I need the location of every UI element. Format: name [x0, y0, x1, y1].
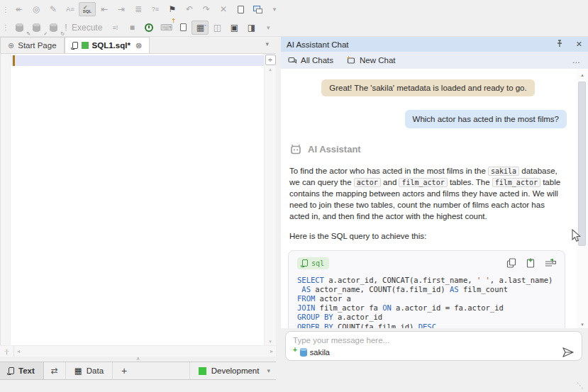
shift-right-icon[interactable]: ⇥ [113, 2, 130, 16]
chat-scroll-down-icon[interactable]: ▾ [577, 322, 588, 327]
answer-text: and [381, 178, 399, 186]
db-rollback-icon[interactable]: ↻ [45, 21, 62, 35]
chat-sparkle-icon [346, 56, 356, 65]
sql-syntax-icon[interactable]: ✓ SQL [79, 2, 96, 16]
rename-icon[interactable]: ✎ [45, 2, 62, 16]
scroll-down-icon[interactable]: ▾ [265, 339, 276, 345]
send-icon [562, 347, 575, 358]
code-actions [506, 258, 556, 268]
insert-to-editor-icon[interactable] [545, 259, 556, 268]
image-presentation-icon[interactable]: ▣ [226, 21, 243, 35]
stop-icon[interactable]: ■ [123, 21, 140, 35]
sql-keyword: AS [450, 285, 459, 293]
tab-text-label: Text [18, 366, 35, 375]
tab-sql1[interactable]: SQL1.sql* ⊗ [65, 37, 150, 53]
resize-grip-icon[interactable]: ⋱ [577, 381, 584, 389]
tab-start-page-label: Start Page [18, 41, 56, 50]
db-cylinder [33, 23, 40, 32]
toolbar-drag-handle-2[interactable]: ⋮ [2, 23, 8, 31]
editor-vscrollbar[interactable]: ÷ ▴ ▾ [264, 54, 276, 345]
chat-input-box[interactable]: + sakila [285, 331, 582, 361]
toolbar2-overflow-caret[interactable]: ▾ [260, 21, 277, 35]
pin-icon[interactable] [556, 40, 563, 49]
explain-plan-icon[interactable] [140, 21, 157, 35]
new-script-icon[interactable] [526, 258, 536, 268]
new-chat-button[interactable]: New Chat [346, 56, 396, 65]
toolbar-drag-handle[interactable]: ⋮ [2, 6, 8, 13]
layout-icon[interactable]: ◫ [209, 21, 226, 35]
sql-keyword: ON [382, 303, 392, 312]
sql-code-block: sql SELECT a.actor_id, CONCAT(a.first_na… [288, 250, 565, 328]
environment-color-square [199, 367, 206, 375]
text-tab-icon [9, 367, 14, 374]
execute-script-icon[interactable]: ≡! [106, 21, 123, 35]
message-input[interactable] [293, 336, 504, 345]
toggle-comment-icon[interactable]: ?≡ [147, 2, 164, 16]
inline-code-film-actor: film_actor [399, 178, 447, 187]
editor-tab-bar: ⊕ Start Page SQL1.sql* ⊗ ▾ [0, 37, 276, 54]
tab-list-caret-icon[interactable]: ▾ [265, 40, 269, 47]
new-file-icon[interactable] [232, 2, 249, 16]
inline-code-sakila: sakila [488, 167, 519, 176]
panel-collapse-handle[interactable]: ∧ [0, 357, 276, 362]
prev-bookmark-icon[interactable]: ↶ [181, 2, 198, 16]
show-grid-icon[interactable]: ▦ → [192, 21, 209, 35]
sql-text: a.actor_id [333, 313, 383, 321]
sql-keyword: GROUP BY [297, 313, 333, 321]
sql-keyword: JOIN [297, 303, 315, 312]
shift-left-icon[interactable]: ⇤ [96, 2, 113, 16]
next-bookmark-icon[interactable]: ↷ [198, 2, 215, 16]
robot-icon [289, 144, 302, 155]
clock-shape [145, 23, 153, 32]
db-commit-icon[interactable]: ✓ [28, 21, 45, 35]
tab-text[interactable]: Text [0, 362, 44, 379]
chat-scroll-up-icon[interactable]: ▴ [577, 72, 588, 78]
scroll-left-icon[interactable]: ◂ [14, 348, 23, 354]
find-replace-icon[interactable]: ◎ [28, 2, 45, 16]
link-editor-icon[interactable] [249, 2, 266, 16]
database-icon [300, 348, 307, 357]
new-chat-label: New Chat [360, 56, 396, 65]
scroll-right-icon[interactable]: ▸ [267, 348, 276, 354]
letter-case-icon[interactable]: A≡ [62, 2, 79, 16]
tab-close-icon[interactable]: ⊗ [135, 41, 142, 50]
add-tab-button[interactable]: + [113, 362, 135, 379]
format-sql-icon[interactable]: ≣ [130, 2, 147, 16]
tab-start-page[interactable]: ⊕ Start Page [0, 37, 65, 53]
chat-more-menu[interactable]: … [572, 56, 582, 65]
toolbar1-overflow-caret[interactable]: ▾ [266, 2, 283, 16]
context-chip[interactable]: + sakila [293, 348, 330, 357]
all-chats-button[interactable]: All Chats [288, 56, 333, 65]
sql-editor[interactable]: ÷ ▴ ▾ [0, 54, 276, 345]
chat-scroll-thumb[interactable] [578, 82, 586, 246]
environment-selector[interactable]: Development ▾ [189, 362, 276, 379]
copy-icon[interactable] [506, 258, 516, 268]
chat-panel-title: AI Assistant Chat [287, 40, 349, 49]
sql-text: actor a [315, 294, 351, 303]
sql-script-icon [302, 259, 308, 267]
scroll-up-icon[interactable]: ▴ [265, 67, 276, 72]
swap-view-icon[interactable]: ⇄ [44, 362, 66, 379]
linked-windows-shape [253, 6, 262, 13]
editor-hscrollbar[interactable]: ·|· ◂ ▸ [0, 345, 276, 357]
sql-check-mark: ✓ [83, 4, 88, 11]
switch-presentation-icon[interactable]: ◨ [243, 21, 260, 35]
file-shape [180, 23, 187, 31]
execute-exclaim-icon[interactable]: ! [62, 21, 70, 35]
nav-back-icon[interactable]: ↞ [11, 2, 28, 16]
load-script-icon[interactable]: ⇡ [174, 21, 192, 35]
clear-bookmarks-icon[interactable]: ✕ [215, 2, 232, 16]
inline-code-actor: actor [354, 178, 381, 187]
execute-button[interactable]: Execute [72, 23, 102, 33]
close-panel-icon[interactable]: ✕ [576, 40, 582, 49]
split-editor-button[interactable]: ÷ [265, 55, 276, 65]
system-message-bubble: Great! The 'sakila' metadata is loaded a… [321, 79, 534, 96]
tab-data[interactable]: ▦ Data [66, 362, 113, 379]
sql-script-icon [72, 42, 78, 49]
sash-handle-icon[interactable]: ·|· [0, 346, 14, 357]
bookmark-icon[interactable]: ⚑ [164, 2, 181, 16]
db-connection-icon[interactable]: ✎ [11, 21, 28, 35]
chat-scrollbar[interactable]: ▴ ▾ [577, 69, 588, 328]
db-cylinder [50, 23, 57, 32]
send-button[interactable] [562, 347, 575, 358]
